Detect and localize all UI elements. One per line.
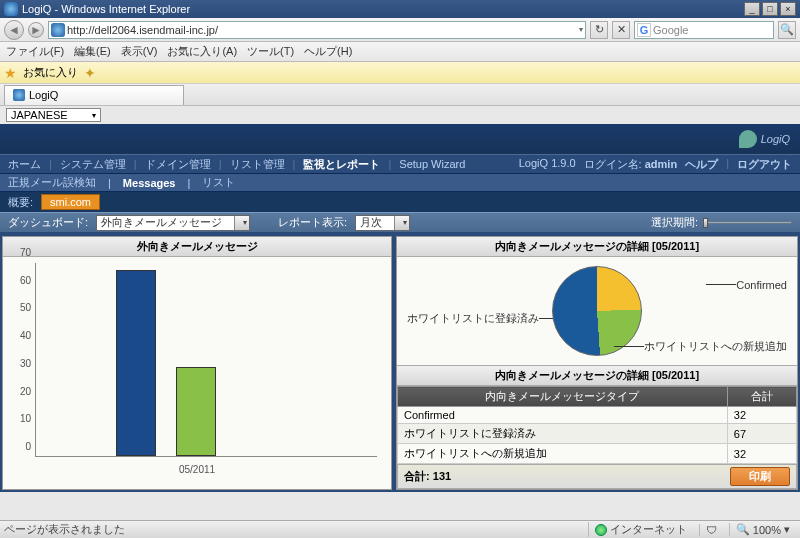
close-button[interactable]: × [780, 2, 796, 16]
dropdown-icon[interactable]: ▾ [579, 25, 583, 34]
search-button[interactable]: 🔍 [778, 21, 796, 39]
domain-label: 概要: [8, 195, 33, 210]
google-icon: G [637, 23, 651, 37]
pie-label-confirmed: Confirmed [706, 279, 787, 291]
col-type: 内向きメールメッセージタイプ [398, 387, 728, 407]
login-user: admin [645, 158, 677, 170]
submenu-0[interactable]: 正規メール誤検知 [8, 175, 96, 190]
domain-tag[interactable]: smi.com [41, 194, 100, 210]
star-add-icon[interactable]: ✦ [84, 65, 96, 81]
range-slider[interactable] [702, 221, 792, 224]
menu-file[interactable]: ファイル(F) [6, 44, 64, 59]
slider-thumb[interactable] [703, 218, 708, 228]
col-total: 合計 [727, 387, 796, 407]
favorites-bar: ★ お気に入り ✦ [0, 62, 800, 84]
refresh-button[interactable]: ↻ [590, 21, 608, 39]
tab-bar: LogiQ [0, 84, 800, 106]
report-select[interactable]: 月次▾ [355, 215, 410, 231]
print-button[interactable]: 印刷 [730, 467, 790, 486]
bar-series2 [176, 367, 216, 456]
logo-icon [739, 130, 757, 148]
browser-nav: ◄ ► http://dell2064.isendmail-inc.jp/ ▾ … [0, 18, 800, 42]
total-value: 131 [433, 470, 451, 482]
stop-button[interactable]: ✕ [612, 21, 630, 39]
report-label: レポート表示: [278, 215, 347, 230]
submenu-2[interactable]: リスト [202, 175, 235, 190]
y-axis: 010203040506070 [13, 263, 33, 457]
detail-table: 内向きメールメッセージタイプ合計 Confirmed32 ホワイトリストに登録済… [397, 386, 797, 464]
menu-view[interactable]: 表示(V) [121, 44, 158, 59]
pie-label-whitelist: ホワイトリストに登録済み [407, 311, 569, 326]
range-label: 選択期間: [651, 215, 698, 230]
language-selector[interactable]: JAPANESE [6, 108, 101, 122]
pie-chart: ホワイトリストに登録済み Confirmed ホワイトリストへの新規追加 [397, 257, 797, 365]
menu-list[interactable]: リスト管理 [230, 157, 285, 172]
table-row: Confirmed32 [398, 407, 797, 424]
menu-system[interactable]: システム管理 [60, 157, 126, 172]
dashboard-row: ダッシュボード: 外向きメールメッセージ▾ レポート表示: 月次▾ 選択期間: [0, 212, 800, 234]
back-button[interactable]: ◄ [4, 20, 24, 40]
menu-tools[interactable]: ツール(T) [247, 44, 294, 59]
domain-row: 概要: smi.com [0, 192, 800, 212]
menu-home[interactable]: ホーム [8, 157, 41, 172]
window-titlebar: LogiQ - Windows Internet Explorer _ □ × [0, 0, 800, 18]
language-value: JAPANESE [11, 109, 68, 121]
bar-series1 [116, 270, 156, 456]
tab-icon [13, 89, 25, 101]
zone-text: インターネット [610, 522, 687, 537]
tab-title: LogiQ [29, 89, 58, 101]
maximize-button[interactable]: □ [762, 2, 778, 16]
app-topbar: JAPANESE [0, 106, 800, 124]
dashboard-label: ダッシュボード: [8, 215, 88, 230]
menu-help[interactable]: ヘルプ(H) [304, 44, 352, 59]
table-row: ホワイトリストに登録済み67 [398, 424, 797, 444]
tab-logiq[interactable]: LogiQ [4, 85, 184, 105]
sub-menu: 正規メール誤検知| Messages| リスト [0, 174, 800, 192]
search-box[interactable]: G Google [634, 21, 774, 39]
url-text: http://dell2064.isendmail-inc.jp/ [67, 24, 577, 36]
submenu-1[interactable]: Messages [123, 177, 176, 189]
menu-monitor[interactable]: 監視とレポート [303, 157, 380, 172]
app: JAPANESE LogiQ ホーム| システム管理| ドメイン管理| リスト管… [0, 106, 800, 492]
menu-fav[interactable]: お気に入り(A) [167, 44, 237, 59]
main-menu: ホーム| システム管理| ドメイン管理| リスト管理| 監視とレポート| Set… [0, 154, 800, 174]
logout-link[interactable]: ログアウト [737, 157, 792, 172]
panels: 外向きメールメッセージ 010203040506070 05/2011 内向きメ… [0, 234, 800, 492]
window-title: LogiQ - Windows Internet Explorer [22, 3, 190, 15]
site-icon [51, 23, 65, 37]
address-bar[interactable]: http://dell2064.isendmail-inc.jp/ ▾ [48, 21, 586, 39]
minimize-button[interactable]: _ [744, 2, 760, 16]
bar-chart-title: 外向きメールメッセージ [3, 237, 391, 257]
browser-menu: ファイル(F) 編集(E) 表示(V) お気に入り(A) ツール(T) ヘルプ(… [0, 42, 800, 62]
help-link[interactable]: ヘルプ [685, 157, 718, 172]
forward-button[interactable]: ► [28, 22, 44, 38]
globe-icon [595, 524, 607, 536]
brand-bar: LogiQ [0, 124, 800, 154]
table-title: 内向きメールメッセージの詳細 [05/2011] [397, 365, 797, 386]
table-row: ホワイトリストへの新規追加32 [398, 444, 797, 464]
pie-chart-title: 内向きメールメッセージの詳細 [05/2011] [397, 237, 797, 257]
ie-icon [4, 2, 18, 16]
panel-bar-chart: 外向きメールメッセージ 010203040506070 05/2011 [2, 236, 392, 490]
x-label: 05/2011 [13, 464, 381, 475]
pie-label-new: ホワイトリストへの新規追加 [614, 339, 787, 354]
favorites-label[interactable]: お気に入り [23, 65, 78, 80]
bar-chart: 010203040506070 05/2011 [13, 263, 381, 481]
total-label: 合計: [404, 470, 430, 482]
zoom-control[interactable]: 🔍 100% ▾ [729, 523, 796, 536]
protected-mode: 🛡 [699, 524, 723, 536]
brand-logo: LogiQ [739, 130, 790, 148]
status-bar: ページが表示されました インターネット 🛡 🔍 100% ▾ [0, 520, 800, 538]
search-engine: Google [653, 24, 688, 36]
star-icon[interactable]: ★ [4, 65, 17, 81]
menu-domain[interactable]: ドメイン管理 [145, 157, 211, 172]
login-label: ログイン名: [584, 158, 642, 170]
menu-edit[interactable]: 編集(E) [74, 44, 111, 59]
panel-detail: 内向きメールメッセージの詳細 [05/2011] ホワイトリストに登録済み Co… [396, 236, 798, 490]
menu-setup[interactable]: Setup Wizard [399, 158, 465, 170]
brand-text: LogiQ [761, 133, 790, 145]
total-row: 合計: 131 印刷 [397, 464, 797, 489]
plot-area [35, 263, 377, 457]
status-text: ページが表示されました [4, 522, 125, 537]
dashboard-select[interactable]: 外向きメールメッセージ▾ [96, 215, 250, 231]
